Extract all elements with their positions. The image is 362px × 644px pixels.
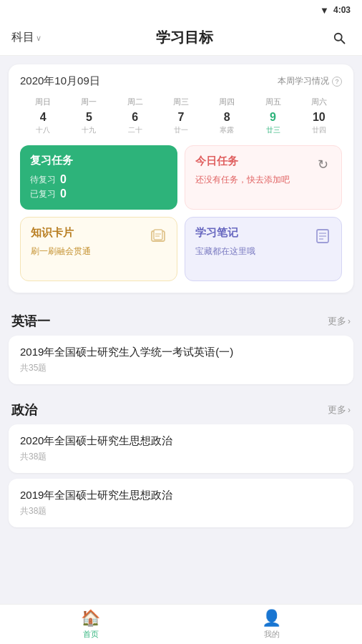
list-item[interactable]: 2020年全国硕士研究生思想政治共38题 <box>9 424 353 473</box>
day-num[interactable]: 4 <box>40 110 47 124</box>
day-col: 周日4十八 <box>20 97 66 135</box>
day-col: 周五9廿三 <box>250 97 295 135</box>
search-icon <box>332 31 346 45</box>
svg-rect-3 <box>154 230 162 240</box>
list-item-sub: 共38题 <box>20 505 342 517</box>
pending-label: 待复习 <box>30 174 56 186</box>
day-num[interactable]: 10 <box>313 110 326 124</box>
knowledge-card[interactable]: 知识卡片 刷一刷融会贯通 <box>20 217 177 281</box>
day-num[interactable]: 5 <box>86 110 92 124</box>
section-more-label: 更多 <box>328 315 346 328</box>
list-item-title: 2019年全国硕士研究生思想政治 <box>20 489 342 502</box>
section-more-button[interactable]: 更多 › <box>328 315 351 328</box>
notes-icon <box>313 226 333 246</box>
day-num[interactable]: 7 <box>178 110 185 124</box>
done-val: 0 <box>60 187 67 200</box>
subject-label: 科目 <box>11 30 34 45</box>
day-lunar: 廿三 <box>266 125 280 135</box>
list-item[interactable]: 2019年全国硕士研究生入学统一考试英语(一)共35题 <box>9 336 353 384</box>
card-icon <box>148 226 168 246</box>
section-more-button[interactable]: 更多 › <box>328 404 351 416</box>
sections-container: 英语一更多 ›2019年全国硕士研究生入学统一考试英语(一)共35题政治更多 ›… <box>0 301 362 527</box>
day-label: 周六 <box>311 97 327 107</box>
day-label: 周三 <box>173 97 189 107</box>
day-col: 周二6二十 <box>112 97 158 135</box>
day-label: 周日 <box>35 97 51 107</box>
tab-icon: 👤 <box>262 609 281 628</box>
done-label: 已复习 <box>30 188 56 200</box>
list-item-sub: 共35题 <box>20 362 342 374</box>
review-stats: 待复习 0 已复习 0 <box>30 173 167 200</box>
weekly-status: 本周学习情况 ? <box>278 75 342 87</box>
calendar-card: 2020年10月09日 本周学习情况 ? 周日4十八周一5十九周二6二十周三7廿… <box>9 64 353 293</box>
section-header: 政治更多 › <box>0 390 362 424</box>
day-label: 周一 <box>81 97 97 107</box>
day-col: 周四8寒露 <box>204 97 250 135</box>
chevron-down-icon: ∨ <box>36 34 41 43</box>
section-title: 英语一 <box>11 313 50 330</box>
tab-label: 我的 <box>264 629 280 640</box>
day-lunar: 二十 <box>128 125 142 135</box>
tab-label: 首页 <box>83 629 99 640</box>
section-title: 政治 <box>11 401 37 419</box>
notes-card[interactable]: 学习笔记 宝藏都在这里哦 <box>185 217 342 281</box>
func-grid: 复习任务 待复习 0 已复习 0 今日任务 ↻ 还没有任务，快去添加吧 <box>20 145 342 281</box>
weekly-status-label: 本周学习情况 <box>278 75 329 87</box>
pending-stat: 待复习 0 <box>30 173 167 186</box>
tab-item-我的[interactable]: 👤我的 <box>181 609 362 640</box>
list-item-sub: 共38题 <box>20 451 342 463</box>
refresh-icon: ↻ <box>313 155 333 175</box>
day-num[interactable]: 8 <box>224 110 230 124</box>
section-more-label: 更多 <box>328 404 346 416</box>
day-lunar: 十九 <box>82 125 96 135</box>
list-item[interactable]: 2019年全国硕士研究生思想政治共38题 <box>9 479 353 527</box>
today-task-empty: 还没有任务，快去添加吧 <box>195 174 331 186</box>
chevron-right-icon: › <box>348 405 351 415</box>
today-task-card[interactable]: 今日任务 ↻ 还没有任务，快去添加吧 <box>185 145 342 210</box>
status-time: 4:03 <box>333 5 351 15</box>
section-header: 英语一更多 › <box>0 301 362 336</box>
tab-item-首页[interactable]: 🏠首页 <box>0 609 181 640</box>
status-bar: ▼ 4:03 <box>0 0 362 20</box>
list-item-title: 2019年全国硕士研究生入学统一考试英语(一) <box>20 346 342 359</box>
svg-line-1 <box>341 39 345 43</box>
tab-icon: 🏠 <box>81 609 100 628</box>
day-col: 周六10廿四 <box>296 97 342 135</box>
wifi-icon: ▼ <box>320 5 329 16</box>
done-stat: 已复习 0 <box>30 187 167 200</box>
day-col: 周三7廿一 <box>158 97 204 135</box>
tab-bar: 🏠首页👤我的 <box>0 604 362 644</box>
list-item-title: 2020年全国硕士研究生思想政治 <box>20 434 342 448</box>
day-lunar: 廿四 <box>312 125 326 135</box>
day-num[interactable]: 6 <box>132 110 138 124</box>
knowledge-title: 知识卡片 <box>31 226 167 240</box>
notes-subtitle: 宝藏都在这里哦 <box>195 245 331 258</box>
day-lunar: 十八 <box>36 125 50 135</box>
subject-button[interactable]: 科目 ∨ <box>11 30 41 45</box>
day-lunar: 寒露 <box>220 125 234 135</box>
search-button[interactable] <box>328 26 351 49</box>
day-label: 周二 <box>127 97 143 107</box>
day-label: 周五 <box>265 97 281 107</box>
day-col: 周一5十九 <box>66 97 112 135</box>
today-task-title: 今日任务 <box>195 155 331 168</box>
knowledge-subtitle: 刷一刷融会贯通 <box>31 245 167 258</box>
chevron-right-icon: › <box>348 316 351 326</box>
calendar-header: 2020年10月09日 本周学习情况 ? <box>20 74 342 88</box>
calendar-date: 2020年10月09日 <box>20 74 100 88</box>
day-lunar: 廿一 <box>174 125 188 135</box>
week-grid: 周日4十八周一5十九周二6二十周三7廿一周四8寒露周五9廿三周六10廿四 <box>20 97 342 135</box>
pending-val: 0 <box>60 173 67 186</box>
review-title: 复习任务 <box>30 154 167 167</box>
notes-title: 学习笔记 <box>195 226 331 240</box>
day-num[interactable]: 9 <box>270 110 276 124</box>
top-nav: 科目 ∨ 学习目标 <box>0 20 362 56</box>
svg-point-0 <box>335 33 342 40</box>
day-label: 周四 <box>219 97 235 107</box>
review-card[interactable]: 复习任务 待复习 0 已复习 0 <box>20 145 177 210</box>
page-title: 学习目标 <box>156 28 213 47</box>
main-scroll: 2020年10月09日 本周学习情况 ? 周日4十八周一5十九周二6二十周三7廿… <box>0 56 362 604</box>
help-icon[interactable]: ? <box>332 77 342 87</box>
